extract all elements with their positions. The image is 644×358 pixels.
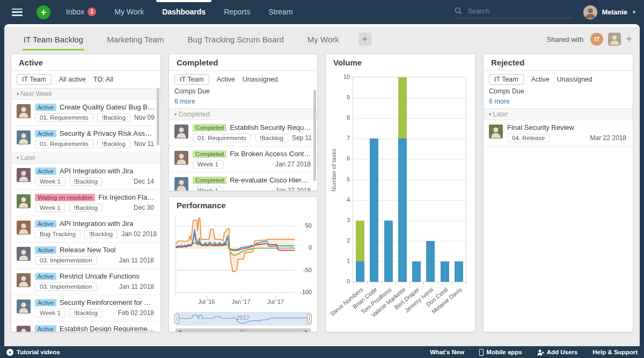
filter-active[interactable]: Active (217, 76, 235, 83)
bar-segment (398, 138, 407, 282)
item-title: Release New Tool (60, 246, 116, 254)
nav-item-dashboards[interactable]: Dashboards (153, 0, 215, 24)
scroll-right-arrow[interactable]: ▶ (303, 328, 310, 332)
share-add-icon[interactable]: + (626, 34, 632, 45)
filter-bar: IT TeamAll activeTO: All (11, 71, 160, 89)
nav-item-label: Dashboards (162, 8, 206, 16)
search-input[interactable] (466, 6, 563, 16)
range-handle-right[interactable] (307, 314, 312, 324)
performance-scrollbar[interactable]: ◀ ▶ (175, 328, 311, 332)
panel-completed-body: IT TeamActiveUnassignedComps Due6 more▾C… (169, 71, 317, 191)
filter-active[interactable]: Active (531, 76, 550, 83)
filter-unassigned[interactable]: Unassigned (557, 76, 592, 83)
group-header[interactable]: ▾Completed (169, 109, 317, 120)
due-date: Jan 11 2018 (119, 257, 155, 264)
x-tick (396, 282, 396, 284)
avatar (17, 221, 31, 235)
top-nav: + Inbox1My WorkDashboardsReportsStream M… (0, 0, 644, 24)
bar-segment (455, 261, 463, 282)
list-item[interactable]: ActiveEstablish Design Requirements02. D… (11, 322, 160, 332)
tag: Week 1 (35, 309, 65, 317)
y-axis-label: 50 (297, 222, 312, 229)
item-title: Create Quality Gates/ Bug Bars (60, 103, 155, 111)
list-item[interactable]: ActiveAPI Integration with JiraBug Track… (11, 216, 160, 243)
list-item[interactable]: Waiting on resolutionFix Injection Flaw … (11, 190, 160, 216)
list-item[interactable]: CompletedEstablish Security Requirements… (169, 120, 317, 147)
item-title: Establish Security Requirements (230, 123, 312, 131)
filter-all-active[interactable]: All active (59, 76, 86, 83)
footer-link-mobile-apps[interactable]: Mobile apps (479, 349, 522, 356)
group-label: Completed (179, 111, 210, 118)
footer-link-what-s-new[interactable]: What's New (430, 349, 464, 355)
tab-my-work[interactable]: My Work (306, 28, 340, 50)
nav-item-stream[interactable]: Stream (259, 0, 302, 24)
item-title: API Integration with Jira (60, 220, 133, 228)
team-avatar[interactable]: IT (590, 33, 603, 46)
tag: !Backlog (97, 113, 130, 122)
scroll-grip[interactable] (240, 330, 246, 332)
footer-link-label: What's New (430, 349, 464, 355)
list-item[interactable]: ActiveCreate Quality Gates/ Bug Bars01. … (11, 100, 160, 126)
x-tick (423, 282, 424, 284)
filter-it-team[interactable]: IT Team (174, 74, 209, 85)
quick-add-button[interactable]: + (36, 5, 50, 19)
filter-to-all[interactable]: TO: All (93, 76, 113, 83)
range-handle-left[interactable] (174, 314, 179, 324)
list-item[interactable]: CompletedFix Broken Access Controls with… (169, 147, 317, 173)
due-date: Jan 27 2018 (275, 160, 312, 168)
user-avatar (583, 5, 597, 19)
filter-it-team[interactable]: IT Team (489, 74, 524, 85)
list-item[interactable]: ActiveSecurity Reinforcement for Network… (11, 295, 160, 322)
y-tick-label: 3 (337, 217, 350, 223)
bar-segment (398, 77, 407, 138)
filter-unassigned[interactable]: Unassigned (243, 76, 278, 83)
due-date: Jan 27 2018 (275, 187, 312, 191)
tag: !Backlog (69, 203, 103, 212)
nav-item-my-work[interactable]: My Work (105, 0, 153, 24)
due-date: Dec 14 (134, 178, 155, 185)
performance-navigator[interactable]: 2017 (175, 312, 311, 326)
add-dashboard-button[interactable]: + (358, 33, 371, 46)
x-tick (409, 282, 410, 284)
filter-it-team[interactable]: IT Team (17, 74, 52, 85)
footer-link-add-users[interactable]: Add Users (537, 349, 578, 355)
chevron-down-icon: ▾ (17, 91, 19, 97)
due-date: Jan 11 2018 (119, 283, 155, 290)
tag: !Backlog (69, 177, 103, 186)
shared-user-avatar[interactable] (608, 33, 621, 46)
filter-comps-due[interactable]: Comps Due (174, 87, 210, 95)
hamburger-menu-icon[interactable] (12, 9, 23, 16)
group-header[interactable]: ▾Later (484, 109, 633, 120)
footer-link-help-support[interactable]: Help & Support (592, 349, 638, 355)
scroll-left-arrow[interactable]: ◀ (176, 328, 184, 332)
list-item[interactable]: ActiveRelease New Tool03. Implementation… (11, 243, 160, 269)
more-filters-link[interactable]: 6 more (489, 98, 627, 105)
x-axis-label: Jul '16 (198, 298, 215, 305)
more-filters-link[interactable]: 6 more (174, 98, 312, 105)
list-item[interactable]: ActiveSecurity & Privacy Risk Assessment… (11, 126, 160, 152)
nav-item-inbox[interactable]: Inbox1 (57, 0, 105, 24)
list-item[interactable]: ActiveRestrict Unsafe Functions03. Imple… (11, 269, 160, 295)
search-box[interactable] (455, 6, 572, 18)
chevron-down-icon: ▾ (17, 155, 19, 160)
tab-marketing-team[interactable]: Marketing Team (106, 28, 165, 50)
filter-comps-due[interactable]: Comps Due (489, 87, 524, 95)
vertical-scrollbar[interactable] (313, 90, 316, 181)
y-tick-label: 9 (337, 94, 350, 100)
vertical-scrollbar[interactable] (157, 87, 159, 145)
list-item[interactable]: Final Security Review04. ReleaseMar 22 2… (484, 120, 633, 147)
user-menu[interactable]: Melanie ▼ (583, 5, 636, 19)
list-item[interactable]: CompletedRe-evaluate Cisco Hierarchical … (169, 173, 317, 191)
group-header[interactable]: ▾Next Week (11, 89, 160, 100)
due-date: Mar 22 2018 (590, 134, 627, 142)
filter-bar: IT TeamActiveUnassignedComps Due6 more (484, 71, 633, 109)
nav-item-reports[interactable]: Reports (215, 0, 259, 24)
tab-bug-tracking-scrum-board[interactable]: Bug Tracking Scrum Board (187, 28, 285, 50)
list-item[interactable]: ActiveAPI Integration with JiraWeek 1!Ba… (11, 164, 160, 190)
tab-it-team-backlog[interactable]: IT Team Backlog (23, 28, 84, 50)
panel-volume: Volume Number of tasks 012345678910Steve… (325, 54, 475, 332)
tag: Bug Tracking (35, 230, 80, 238)
group-header[interactable]: ▾Later (11, 152, 160, 164)
tutorial-videos-link[interactable]: Tutorial videos (6, 349, 60, 356)
y-tick-label: 10 (337, 74, 350, 80)
